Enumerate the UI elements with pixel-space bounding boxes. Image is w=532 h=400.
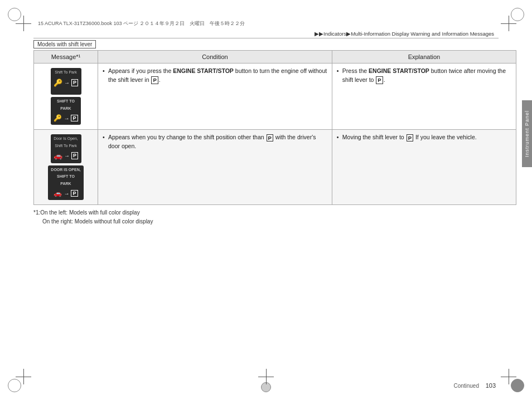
explanation-cell-2: Moving the shift lever to P If you leave… xyxy=(332,130,516,205)
main-table: Message*¹ Condition Explanation Shift To… xyxy=(33,50,516,205)
car-symbol-2: 🚗 xyxy=(54,150,62,162)
footnote: *1:On the left: Models with full color d… xyxy=(33,208,516,226)
crosshair-br xyxy=(501,369,516,384)
condition-bullet-1-1: Appears if you press the ENGINE START/ST… xyxy=(103,67,327,85)
arrow-mono-2: → xyxy=(64,189,69,198)
display-mono-label-1: SHIFT TO xyxy=(54,99,78,105)
page-number: 103 xyxy=(486,382,496,389)
display-color-1: Shift To Park 🔑 → P xyxy=(51,68,81,95)
table-row: Door Is Open, Shift To Park 🚗 → P DOOR I… xyxy=(34,130,516,205)
display-color-label-2b: Shift To Park xyxy=(54,143,79,149)
display-color-2: Door Is Open, Shift To Park 🚗 → P xyxy=(51,134,81,163)
explanation-bullet-1-1: Press the ENGINE START/STOP button twice… xyxy=(337,67,511,85)
section-label: Models with shift lever xyxy=(33,40,96,48)
breadcrumb: ▶▶Indicators▶Multi-Information Display W… xyxy=(315,31,494,37)
explanation-cell-1: Press the ENGINE START/STOP button twice… xyxy=(332,64,516,130)
continued-label: Continued xyxy=(453,383,479,389)
header-rule xyxy=(33,38,499,38)
display-color-icon-row-1: 🔑 → P xyxy=(54,77,79,89)
explanation-bullets-1: Press the ENGINE START/STOP button twice… xyxy=(337,67,511,85)
arrow-1: → xyxy=(64,79,70,87)
right-sidebar-tab: Instrument Panel xyxy=(522,100,532,167)
col-header-message: Message*¹ xyxy=(34,51,98,64)
condition-bullets-1: Appears if you press the ENGINE START/ST… xyxy=(103,67,327,85)
message-cell-2: Door Is Open, Shift To Park 🚗 → P DOOR I… xyxy=(34,130,98,205)
bold-engine-start-1: ENGINE START/STOP xyxy=(173,67,234,74)
display-color-label-1: Shift To Park xyxy=(54,70,79,76)
crosshair-bm xyxy=(258,369,274,384)
p-box-1: P xyxy=(71,79,78,86)
footnote-line-1: *1:On the left: Models with full color d… xyxy=(33,208,516,217)
crosshair-bl xyxy=(16,369,31,384)
display-mono-icon-row-2: 🚗 → P xyxy=(51,188,80,198)
crosshair-tr xyxy=(501,16,516,31)
p-inline-1a: P xyxy=(151,76,158,84)
main-content: Models with shift lever Message*¹ Condit… xyxy=(33,40,516,367)
footnote-line-2: On the right: Models without full color … xyxy=(33,217,516,226)
p-inline-exp-2: P xyxy=(407,134,413,142)
display-mono-label-2b: SHIFT TO xyxy=(51,174,80,180)
display-mono-label-2c: PARK xyxy=(51,181,80,187)
car-symbol-mono-2: 🚗 xyxy=(54,188,62,198)
display-mono-label-1b: PARK xyxy=(54,106,78,112)
crosshair-tl xyxy=(16,16,31,31)
car-symbol-mono-1: 🔑 xyxy=(54,113,62,123)
display-mono-icon-row-1: 🔑 → P xyxy=(54,113,78,123)
display-color-label-2a: Door Is Open, xyxy=(54,136,79,142)
condition-bullet-2-1: Appears when you try change to the shift… xyxy=(103,133,327,151)
p-box-mono-1: P xyxy=(71,115,78,122)
file-info: 15 ACURA TLX-31TZ36000.book 103 ページ ２０１４… xyxy=(38,20,245,27)
right-tab-label: Instrument Panel xyxy=(524,110,530,157)
col-header-condition: Condition xyxy=(98,51,332,64)
display-mono-2: DOOR IS OPEN, SHIFT TO PARK 🚗 → P xyxy=(48,165,83,201)
p-inline-2a: P xyxy=(267,134,273,142)
display-mono-1: SHIFT TO PARK 🔑 → P xyxy=(51,97,80,125)
bold-engine-start-exp-1: ENGINE START/STOP xyxy=(369,67,429,74)
display-mono-label-2a: DOOR IS OPEN, xyxy=(51,167,80,173)
condition-cell-2: Appears when you try change to the shift… xyxy=(98,130,332,205)
car-symbol-1: 🔑 xyxy=(54,77,62,89)
table-row: Shift To Park 🔑 → P SHIFT TO PARK 🔑 xyxy=(34,64,516,130)
col-header-explanation: Explanation xyxy=(332,51,516,64)
explanation-bullet-2-1: Moving the shift lever to P If you leave… xyxy=(337,133,511,142)
explanation-bullets-2: Moving the shift lever to P If you leave… xyxy=(337,133,511,142)
p-box-2: P xyxy=(71,152,78,159)
condition-cell-1: Appears if you press the ENGINE START/ST… xyxy=(98,64,332,130)
p-inline-exp-1: P xyxy=(376,76,383,84)
display-color-icon-row-2: 🚗 → P xyxy=(54,150,79,162)
p-box-mono-2: P xyxy=(71,190,78,197)
message-cell-1: Shift To Park 🔑 → P SHIFT TO PARK 🔑 xyxy=(34,64,98,130)
condition-bullets-2: Appears when you try change to the shift… xyxy=(103,133,327,151)
arrow-mono-1: → xyxy=(64,114,69,123)
arrow-2: → xyxy=(64,152,70,160)
